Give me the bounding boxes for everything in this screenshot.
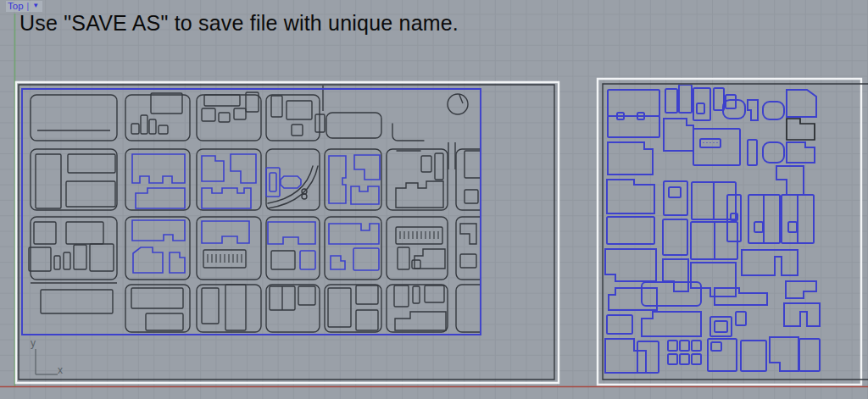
cad-curve[interactable] [608, 90, 659, 116]
cad-curve[interactable] [741, 341, 766, 371]
cad-curve[interactable] [219, 113, 230, 122]
cad-curve[interactable] [679, 85, 692, 113]
cad-curve[interactable] [697, 103, 704, 114]
cad-curve[interactable] [159, 125, 168, 134]
city-block-outline[interactable] [197, 217, 261, 280]
cad-curve[interactable] [131, 124, 139, 134]
cad-curve[interactable] [787, 142, 815, 163]
cad-curve[interactable] [425, 285, 444, 302]
cad-curve[interactable] [465, 190, 478, 203]
cad-curve[interactable] [29, 247, 51, 271]
cad-curve[interactable] [329, 156, 346, 203]
cad-curve[interactable] [132, 154, 185, 183]
cad-curve[interactable] [784, 303, 820, 326]
cad-curve[interactable] [668, 341, 677, 351]
cad-curve[interactable] [465, 151, 481, 178]
cad-curve[interactable] [413, 286, 420, 303]
cad-curve[interactable] [234, 108, 246, 119]
cad-curve[interactable] [398, 247, 409, 269]
cad-curve[interactable] [136, 188, 185, 208]
cad-curve[interactable] [609, 288, 657, 310]
cad-curve[interactable] [607, 217, 654, 244]
cad-curve[interactable] [664, 119, 693, 151]
cad-curve[interactable] [64, 252, 70, 269]
cad-curve[interactable] [271, 96, 282, 117]
cad-curve[interactable] [270, 173, 276, 191]
cad-curve[interactable] [736, 312, 746, 325]
cad-curve[interactable] [663, 259, 688, 291]
cad-curve[interactable] [448, 94, 468, 114]
city-block-outline[interactable] [31, 149, 117, 210]
cad-curve[interactable] [202, 156, 224, 181]
cad-curve[interactable] [354, 155, 380, 180]
cad-curve[interactable] [132, 220, 185, 241]
viewport-title-label[interactable]: Top [8, 1, 24, 11]
cad-curve[interactable] [151, 93, 182, 114]
cad-curve[interactable] [281, 176, 301, 188]
cad-curve[interactable] [356, 285, 378, 304]
cad-curve[interactable] [268, 222, 315, 244]
cad-curve[interactable] [202, 188, 251, 208]
viewport-dropdown-icon[interactable]: ▼ [32, 2, 39, 9]
cad-curve[interactable] [202, 221, 249, 243]
cad-curve[interactable] [727, 195, 741, 241]
cad-curve[interactable] [748, 100, 758, 120]
cad-curve[interactable] [131, 288, 183, 308]
cad-curve[interactable] [328, 288, 351, 327]
cad-curve[interactable] [605, 249, 656, 281]
city-block-outline[interactable] [266, 217, 320, 280]
viewport-canvas[interactable] [0, 0, 868, 399]
cad-curve[interactable] [460, 254, 476, 268]
cad-curve[interactable] [665, 89, 677, 113]
cad-curve[interactable] [146, 313, 183, 330]
city-block-outline[interactable] [197, 95, 261, 141]
cad-curve[interactable] [663, 219, 687, 255]
cad-curve[interactable] [302, 194, 307, 199]
cad-curve[interactable] [225, 285, 246, 330]
cad-curve[interactable] [715, 321, 727, 332]
city-map-drawing[interactable] [16, 78, 559, 383]
cad-curve[interactable] [637, 341, 659, 373]
cad-curve[interactable] [763, 102, 784, 119]
cad-curve[interactable] [353, 248, 379, 270]
cad-curve[interactable] [669, 187, 681, 197]
cad-curve[interactable] [396, 227, 442, 244]
cad-curve[interactable] [787, 90, 816, 117]
cad-curve[interactable] [287, 101, 312, 119]
cad-curve[interactable] [435, 153, 443, 180]
city-block-outline[interactable] [456, 149, 492, 210]
cad-curve[interactable] [141, 115, 147, 134]
city-block-outline[interactable] [31, 95, 117, 141]
cad-curve[interactable] [415, 249, 445, 269]
cad-curve[interactable] [692, 341, 701, 351]
cad-curve[interactable] [204, 95, 240, 106]
cad-curve[interactable] [298, 286, 315, 305]
cad-curve[interactable] [356, 310, 378, 330]
city-block-outline[interactable] [387, 217, 448, 280]
city-block-outline[interactable] [326, 113, 381, 138]
cad-curve[interactable] [231, 154, 256, 183]
city-block-outline[interactable] [125, 217, 190, 280]
cad-curve[interactable] [202, 108, 215, 121]
cad-curve[interactable] [394, 285, 409, 307]
trim-boundary[interactable] [22, 89, 481, 335]
cad-curve[interactable] [691, 263, 736, 296]
cad-curve[interactable] [133, 247, 163, 273]
cad-curve[interactable] [90, 244, 114, 271]
cad-curve[interactable] [149, 119, 156, 134]
cad-curve[interactable] [34, 222, 56, 244]
cad-curve[interactable] [763, 142, 784, 163]
cad-curve[interactable] [412, 260, 420, 269]
cad-curve[interactable] [459, 95, 463, 103]
cad-curve[interactable] [300, 251, 315, 269]
city-block-outline[interactable] [456, 217, 492, 280]
cad-curve[interactable] [787, 119, 815, 140]
cad-curve[interactable] [351, 186, 379, 204]
cad-curve[interactable] [748, 140, 757, 165]
cad-curve[interactable] [74, 245, 86, 269]
cad-curve[interactable] [271, 251, 295, 269]
cad-curve[interactable] [770, 337, 798, 371]
cad-curve[interactable] [726, 95, 736, 108]
cad-curve[interactable] [605, 339, 646, 373]
cad-curve[interactable] [608, 116, 659, 137]
